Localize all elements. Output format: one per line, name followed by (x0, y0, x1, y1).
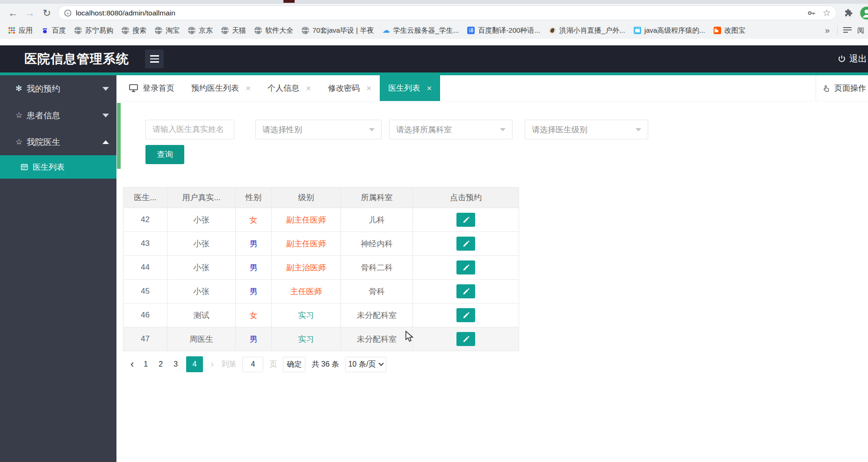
info-icon (64, 9, 72, 17)
gender-select[interactable]: 请选择性别 (255, 120, 382, 139)
doctor-table: 医生...用户真实...性别级别所属科室点击预约 42小张女副主任医师儿科43小… (123, 187, 519, 351)
chevron-down-icon (379, 361, 384, 366)
jump-page-input[interactable] (242, 357, 263, 372)
page-button-3[interactable]: 3 (171, 360, 180, 368)
url-text: localhost:8080/admin/toallmain (76, 9, 803, 17)
table-header-row: 医生...用户真实...性别级别所属科室点击预约 (123, 188, 519, 208)
doctor-level-cell: 实习 (272, 303, 341, 327)
page-button-2[interactable]: 2 (156, 360, 165, 368)
tab-close-icon[interactable]: × (366, 84, 371, 93)
doctor-dept-cell: 未分配科室 (341, 303, 413, 327)
url-bar[interactable]: localhost:8080/admin/toallmain ☆ (58, 6, 837, 20)
key-icon[interactable] (807, 8, 816, 18)
chevron-down-icon (369, 128, 375, 131)
tab-登录首页[interactable]: 登录首页 (121, 75, 183, 101)
tab-个人信息[interactable]: 个人信息× (259, 75, 319, 101)
bookmark-item[interactable]: 应用 (4, 26, 37, 35)
doctor-name-cell: 周医生 (167, 327, 236, 351)
tab-预约医生列表[interactable]: 预约医生列表× (183, 75, 259, 101)
reading-list-label[interactable]: 阅 (857, 26, 864, 35)
globe-icon (188, 27, 195, 34)
doctor-name-cell: 小张 (167, 280, 236, 303)
bookmark-item[interactable]: 京东 (184, 26, 217, 35)
doctor-gender-cell: 女 (236, 303, 272, 327)
bookmark-star-icon[interactable]: ☆ (823, 8, 831, 17)
bookmark-item[interactable]: 苏宁易购 (70, 26, 117, 35)
edit-doctor-button[interactable] (456, 213, 475, 227)
doctor-id-cell: 47 (123, 327, 167, 351)
apps-grid-icon (8, 27, 15, 34)
doctor-level-cell: 副主任医师 (272, 208, 341, 232)
search-button[interactable]: 查询 (145, 145, 184, 164)
logout-button[interactable]: 退出 (838, 45, 868, 72)
tab-医生列表[interactable]: 医生列表× (380, 75, 440, 101)
browser-forward-button[interactable]: → (22, 5, 38, 22)
sidebar-item-doctor-list[interactable]: 医生列表 (0, 155, 116, 179)
bookmark-label: 学生云服务器_学生... (393, 26, 459, 35)
level-select[interactable]: 请选择医生级别 (525, 120, 648, 139)
bookmark-label: 百度翻译-200种语... (478, 26, 540, 35)
gaitubao-icon (714, 27, 721, 34)
page-button-1[interactable]: 1 (141, 360, 150, 368)
sidebar-item-我院医生[interactable]: ☆我院医生 (0, 129, 116, 155)
sidebar-item-label: 患者信息 (27, 110, 60, 121)
bookmark-item[interactable]: 搜索 (117, 26, 151, 35)
bookmark-item[interactable]: 70套java毕设 | 半夜 (297, 26, 378, 35)
pencil-icon (463, 288, 470, 295)
bookmark-item[interactable]: 淘宝 (151, 26, 184, 35)
asterisk-icon: ✻ (15, 84, 27, 94)
bookmark-item[interactable]: java高级程序猿的... (629, 26, 709, 35)
edit-doctor-button[interactable] (456, 260, 475, 274)
doctor-name-cell: 测试 (167, 303, 236, 327)
doctor-name-input[interactable] (145, 120, 234, 139)
tab-close-icon[interactable]: × (306, 84, 311, 93)
table-header-cell: 用户真实... (167, 188, 236, 208)
bookmark-label: 应用 (19, 26, 33, 35)
bookmark-item[interactable]: 软件大全 (250, 26, 297, 35)
edit-doctor-button[interactable] (456, 237, 475, 251)
next-page-button[interactable]: › (209, 359, 215, 369)
sidebar-item-label: 我院医生 (27, 137, 60, 148)
browser-back-button[interactable]: ← (5, 5, 22, 22)
tab-close-icon[interactable]: × (427, 84, 432, 93)
bookmark-item[interactable]: 百度 (37, 26, 70, 35)
tab-修改密码[interactable]: 修改密码× (319, 75, 380, 101)
sidebar-toggle-button[interactable] (145, 50, 164, 68)
confirm-button[interactable]: 确定 (283, 357, 305, 372)
bookmark-item[interactable]: 天猫 (217, 26, 250, 35)
browser-tab-fragment (283, 0, 295, 3)
bookmark-item[interactable]: 译百度翻译-200种语... (463, 26, 544, 35)
page-button-4[interactable]: 4 (186, 356, 203, 372)
browser-reload-button[interactable]: ↻ (38, 5, 55, 22)
profile-avatar[interactable] (860, 6, 868, 20)
bookmark-item[interactable]: 洪湖小肖直播_户外... (544, 26, 629, 35)
page-size-select[interactable]: 10 条/页 (345, 357, 386, 372)
page-actions-button[interactable]: 页面操作 (816, 75, 868, 101)
sidebar-item-我的预约[interactable]: ✻我的预约 (0, 75, 116, 102)
tab-close-icon[interactable]: × (246, 84, 251, 93)
prev-page-button[interactable]: ‹ (129, 359, 135, 369)
caret-down-icon (102, 87, 109, 91)
edit-doctor-button[interactable] (456, 284, 475, 298)
bookmark-item[interactable]: 改图宝 (709, 26, 750, 35)
caret-down-icon (102, 114, 109, 117)
bookmark-label: 洪湖小肖直播_户外... (559, 26, 625, 35)
bookmark-item[interactable]: ☁学生云服务器_学生... (378, 26, 463, 35)
department-select[interactable]: 请选择所属科室 (389, 120, 513, 139)
baidu-icon (41, 27, 49, 34)
doctor-dept-cell: 未分配科室 (341, 327, 413, 351)
screenshot-root: ← → ↻ localhost:8080/admin/toallmain ☆ 应… (0, 0, 868, 462)
department-select-placeholder: 请选择所属科室 (396, 124, 452, 135)
doctor-level-cell: 副主任医师 (272, 232, 341, 256)
bookmarks-overflow-chevron[interactable]: » (823, 26, 832, 36)
table-header-cell: 医生... (123, 188, 167, 208)
edit-doctor-button[interactable] (456, 332, 475, 346)
extensions-puzzle-icon[interactable] (843, 8, 853, 18)
doctor-level-cell: 实习 (272, 327, 341, 351)
sidebar-item-患者信息[interactable]: ☆患者信息 (0, 102, 116, 129)
edit-doctor-button[interactable] (456, 308, 475, 322)
tv-icon (634, 27, 641, 34)
doctor-dept-cell: 骨科 (341, 280, 413, 303)
reading-list-icon[interactable] (843, 27, 852, 34)
doctor-dept-cell: 骨科二科 (341, 256, 413, 280)
